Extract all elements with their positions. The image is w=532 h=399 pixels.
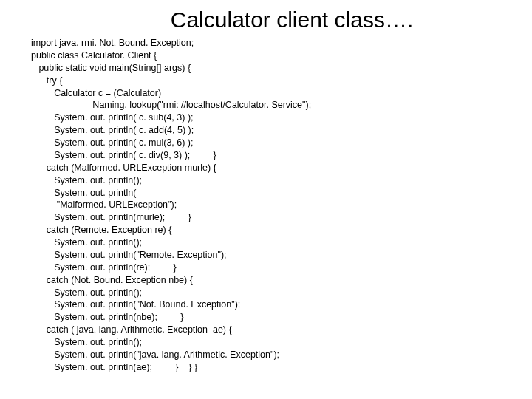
code-block: import java. rmi. Not. Bound. Exception;…: [0, 37, 532, 374]
page-title: Calculator client class….: [0, 0, 532, 37]
slide: Calculator client class…. import java. r…: [0, 0, 532, 399]
